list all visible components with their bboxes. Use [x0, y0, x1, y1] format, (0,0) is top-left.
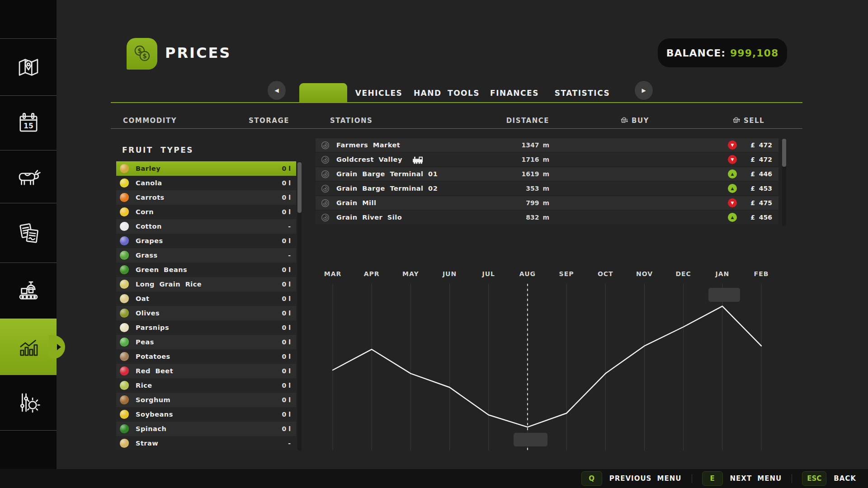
commodity-storage: 0 l: [282, 382, 291, 389]
station-sell-price: £ 475: [741, 199, 772, 206]
station-sell-price: £ 453: [741, 185, 772, 192]
commodity-name: Cotton: [136, 223, 162, 230]
commodity-icon: [120, 381, 129, 390]
commodity-storage: 0 l: [282, 425, 291, 432]
commodity-scrollbar-thumb[interactable]: [297, 162, 302, 213]
commodity-storage: 0 l: [282, 165, 291, 172]
svg-text:$: $: [142, 52, 146, 60]
commodity-row[interactable]: Grass -: [116, 248, 296, 263]
footer-divider: [692, 474, 692, 483]
tab-item[interactable]: HAND TOOLS: [413, 83, 481, 103]
month-label: AUG: [519, 270, 536, 277]
key-esc-button[interactable]: ESC: [802, 471, 826, 486]
page-title: PRICES: [165, 44, 231, 61]
commodity-name: Rice: [136, 382, 152, 389]
commodity-row[interactable]: Soybeans 0 l: [116, 407, 296, 422]
commodity-name: Potatoes: [136, 353, 170, 360]
selected-pointer-icon: [57, 344, 61, 350]
tab-item[interactable]: VEHICLES: [345, 83, 413, 103]
commodity-scrollbar[interactable]: [297, 161, 302, 450]
commodity-row[interactable]: Cotton -: [116, 219, 296, 234]
sidebar-item-contracts[interactable]: [0, 203, 57, 263]
main-menu-sidebar: 15: [0, 0, 57, 488]
station-scrollbar-thumb[interactable]: [782, 139, 786, 167]
commodity-row[interactable]: Canola 0 l: [116, 176, 296, 190]
previous-menu-label: PREVIOUS MENU: [609, 474, 682, 483]
tabs-next-button[interactable]: ▶: [635, 81, 653, 100]
commodity-row[interactable]: Spinach 0 l: [116, 422, 296, 436]
column-distance: DISTANCE: [495, 117, 549, 125]
sidebar-item-production[interactable]: [0, 263, 57, 319]
tab-active-prices[interactable]: [299, 83, 347, 103]
commodity-row[interactable]: Corn 0 l: [116, 205, 296, 219]
commodity-row[interactable]: Peas 0 l: [116, 335, 296, 349]
tab-label: FINANCES: [490, 89, 539, 98]
commodity-name: Corn: [136, 208, 154, 216]
commodity-icon: [120, 265, 129, 274]
left-arrow-icon: ◀: [274, 87, 278, 94]
sidebar-item-statistics[interactable]: [0, 319, 57, 375]
commodity-name: Parsnips: [136, 324, 169, 331]
tab-label: STATISTICS: [555, 89, 610, 98]
month-label: NOV: [636, 270, 653, 277]
sidebar-item-map[interactable]: [0, 38, 57, 96]
calendar-icon: 15: [15, 110, 42, 136]
commodity-row[interactable]: Olives 0 l: [116, 306, 296, 320]
month-label: DEC: [675, 270, 691, 277]
price-history-chart: [316, 284, 802, 456]
month-label: JAN: [715, 270, 729, 277]
station-row[interactable]: Grain River Silo 832 m £ 456: [316, 211, 778, 224]
station-row[interactable]: Goldcrest Valley 1716 m £ 472: [316, 153, 778, 166]
header-separator: [111, 128, 802, 129]
commodity-storage: 0 l: [282, 411, 291, 418]
station-scrollbar[interactable]: [782, 138, 786, 226]
station-row[interactable]: Farmers Market 1347 m £ 472: [316, 138, 778, 152]
price-trend-icon: [728, 155, 737, 164]
price-trend-icon: [728, 141, 737, 150]
sidebar-item-animals[interactable]: [0, 150, 57, 203]
commodity-row[interactable]: Straw -: [116, 436, 296, 450]
commodity-row[interactable]: Sorghum 0 l: [116, 393, 296, 407]
commodity-row[interactable]: Carrots 0 l: [116, 190, 296, 205]
commodity-row[interactable]: Long Grain Rice 0 l: [116, 277, 296, 291]
station-distance: 832 m: [504, 214, 549, 221]
commodity-storage: 0 l: [282, 338, 291, 346]
station-hotspot-icon: [321, 141, 330, 150]
commodity-row[interactable]: Parsnips 0 l: [116, 320, 296, 335]
station-distance: 1716 m: [504, 156, 549, 163]
commodity-name: Straw: [136, 440, 158, 447]
commodity-row[interactable]: Potatoes 0 l: [116, 349, 296, 364]
commodity-row[interactable]: Rice 0 l: [116, 378, 296, 393]
tabs-prev-button[interactable]: ◀: [268, 81, 286, 100]
station-hotspot-icon: [321, 213, 330, 222]
sidebar-item-calendar[interactable]: 15: [0, 96, 57, 150]
key-q-button[interactable]: Q: [581, 471, 602, 486]
commodity-row[interactable]: Green Beans 0 l: [116, 263, 296, 277]
commodity-storage: 0 l: [282, 324, 291, 331]
commodity-name: Long Grain Rice: [136, 281, 202, 288]
tab-bar: VEHICLES HAND TOOLS FINANCES STATISTICS: [345, 83, 616, 103]
footer-bar: Q PREVIOUS MENU E NEXT MENU ESC BACK: [0, 469, 868, 488]
commodity-name: Sorghum: [136, 396, 170, 404]
commodity-icon: [120, 439, 129, 448]
tab-item[interactable]: FINANCES: [481, 83, 548, 103]
station-distance: 1619 m: [504, 170, 549, 178]
sidebar-item-settings[interactable]: [0, 375, 57, 431]
tab-label: HAND TOOLS: [414, 89, 480, 98]
commodity-icon: [120, 323, 129, 332]
commodity-row[interactable]: Red Beet 0 l: [116, 364, 296, 378]
station-row[interactable]: Grain Mill 799 m £ 475: [316, 196, 778, 210]
month-label: FEB: [754, 270, 769, 277]
key-e-button[interactable]: E: [702, 471, 723, 486]
station-distance: 799 m: [504, 199, 549, 206]
commodity-row[interactable]: Oat 0 l: [116, 291, 296, 306]
commodity-icon: [120, 164, 129, 173]
commodity-row[interactable]: Barley 0 l: [116, 161, 296, 176]
station-row[interactable]: Grain Barge Terminal 02 353 m £ 453: [316, 182, 778, 195]
commodity-row[interactable]: Grapes 0 l: [116, 234, 296, 248]
station-row[interactable]: Grain Barge Terminal 01 1619 m £ 446: [316, 167, 778, 181]
tab-item[interactable]: STATISTICS: [548, 83, 616, 103]
station-name: Grain Mill: [336, 199, 377, 206]
commodity-storage: 0 l: [282, 295, 291, 302]
station-hotspot-icon: [321, 155, 330, 164]
